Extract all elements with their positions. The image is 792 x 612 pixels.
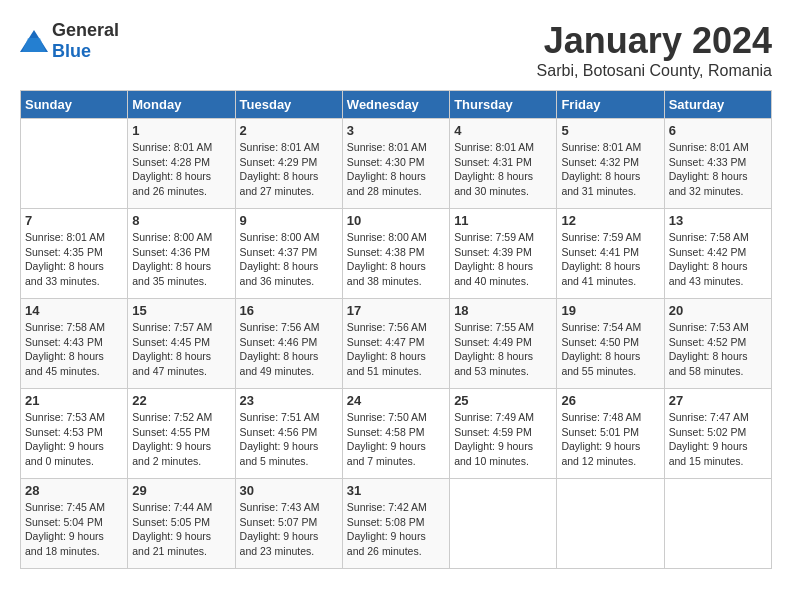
calendar-cell: 21Sunrise: 7:53 AMSunset: 4:53 PMDayligh… xyxy=(21,389,128,479)
day-info: Sunrise: 7:58 AMSunset: 4:42 PMDaylight:… xyxy=(669,230,767,289)
day-number: 16 xyxy=(240,303,338,318)
day-info: Sunrise: 7:58 AMSunset: 4:43 PMDaylight:… xyxy=(25,320,123,379)
day-header-wednesday: Wednesday xyxy=(342,91,449,119)
day-info: Sunrise: 7:48 AMSunset: 5:01 PMDaylight:… xyxy=(561,410,659,469)
day-info: Sunrise: 7:43 AMSunset: 5:07 PMDaylight:… xyxy=(240,500,338,559)
day-number: 1 xyxy=(132,123,230,138)
calendar-cell xyxy=(664,479,771,569)
day-info: Sunrise: 7:56 AMSunset: 4:47 PMDaylight:… xyxy=(347,320,445,379)
logo: General Blue xyxy=(20,20,119,62)
location-title: Sarbi, Botosani County, Romania xyxy=(537,62,772,80)
calendar-cell: 11Sunrise: 7:59 AMSunset: 4:39 PMDayligh… xyxy=(450,209,557,299)
day-header-thursday: Thursday xyxy=(450,91,557,119)
day-number: 9 xyxy=(240,213,338,228)
day-number: 25 xyxy=(454,393,552,408)
day-number: 13 xyxy=(669,213,767,228)
day-info: Sunrise: 7:56 AMSunset: 4:46 PMDaylight:… xyxy=(240,320,338,379)
day-number: 18 xyxy=(454,303,552,318)
day-number: 19 xyxy=(561,303,659,318)
day-info: Sunrise: 7:47 AMSunset: 5:02 PMDaylight:… xyxy=(669,410,767,469)
day-number: 31 xyxy=(347,483,445,498)
calendar-cell: 30Sunrise: 7:43 AMSunset: 5:07 PMDayligh… xyxy=(235,479,342,569)
calendar-cell: 28Sunrise: 7:45 AMSunset: 5:04 PMDayligh… xyxy=(21,479,128,569)
day-info: Sunrise: 8:01 AMSunset: 4:31 PMDaylight:… xyxy=(454,140,552,199)
calendar-cell: 3Sunrise: 8:01 AMSunset: 4:30 PMDaylight… xyxy=(342,119,449,209)
day-number: 12 xyxy=(561,213,659,228)
calendar-table: SundayMondayTuesdayWednesdayThursdayFrid… xyxy=(20,90,772,569)
day-info: Sunrise: 7:42 AMSunset: 5:08 PMDaylight:… xyxy=(347,500,445,559)
calendar-cell xyxy=(21,119,128,209)
day-number: 8 xyxy=(132,213,230,228)
day-number: 11 xyxy=(454,213,552,228)
calendar-cell: 1Sunrise: 8:01 AMSunset: 4:28 PMDaylight… xyxy=(128,119,235,209)
week-row-4: 21Sunrise: 7:53 AMSunset: 4:53 PMDayligh… xyxy=(21,389,772,479)
day-info: Sunrise: 8:01 AMSunset: 4:30 PMDaylight:… xyxy=(347,140,445,199)
day-number: 6 xyxy=(669,123,767,138)
day-number: 15 xyxy=(132,303,230,318)
calendar-cell xyxy=(557,479,664,569)
calendar-cell: 13Sunrise: 7:58 AMSunset: 4:42 PMDayligh… xyxy=(664,209,771,299)
day-header-friday: Friday xyxy=(557,91,664,119)
calendar-cell: 31Sunrise: 7:42 AMSunset: 5:08 PMDayligh… xyxy=(342,479,449,569)
day-info: Sunrise: 8:00 AMSunset: 4:37 PMDaylight:… xyxy=(240,230,338,289)
calendar-cell: 29Sunrise: 7:44 AMSunset: 5:05 PMDayligh… xyxy=(128,479,235,569)
day-info: Sunrise: 8:01 AMSunset: 4:29 PMDaylight:… xyxy=(240,140,338,199)
day-info: Sunrise: 7:57 AMSunset: 4:45 PMDaylight:… xyxy=(132,320,230,379)
calendar-cell: 4Sunrise: 8:01 AMSunset: 4:31 PMDaylight… xyxy=(450,119,557,209)
calendar-cell: 5Sunrise: 8:01 AMSunset: 4:32 PMDaylight… xyxy=(557,119,664,209)
calendar-cell: 20Sunrise: 7:53 AMSunset: 4:52 PMDayligh… xyxy=(664,299,771,389)
day-number: 7 xyxy=(25,213,123,228)
week-row-3: 14Sunrise: 7:58 AMSunset: 4:43 PMDayligh… xyxy=(21,299,772,389)
day-info: Sunrise: 7:50 AMSunset: 4:58 PMDaylight:… xyxy=(347,410,445,469)
month-title: January 2024 xyxy=(537,20,772,62)
day-number: 21 xyxy=(25,393,123,408)
calendar-cell: 22Sunrise: 7:52 AMSunset: 4:55 PMDayligh… xyxy=(128,389,235,479)
calendar-cell: 2Sunrise: 8:01 AMSunset: 4:29 PMDaylight… xyxy=(235,119,342,209)
calendar-cell: 14Sunrise: 7:58 AMSunset: 4:43 PMDayligh… xyxy=(21,299,128,389)
calendar-cell: 19Sunrise: 7:54 AMSunset: 4:50 PMDayligh… xyxy=(557,299,664,389)
day-info: Sunrise: 7:44 AMSunset: 5:05 PMDaylight:… xyxy=(132,500,230,559)
day-info: Sunrise: 8:01 AMSunset: 4:35 PMDaylight:… xyxy=(25,230,123,289)
day-number: 2 xyxy=(240,123,338,138)
day-number: 22 xyxy=(132,393,230,408)
day-info: Sunrise: 8:01 AMSunset: 4:28 PMDaylight:… xyxy=(132,140,230,199)
day-info: Sunrise: 8:00 AMSunset: 4:38 PMDaylight:… xyxy=(347,230,445,289)
logo-blue: Blue xyxy=(52,41,91,61)
day-number: 23 xyxy=(240,393,338,408)
day-header-tuesday: Tuesday xyxy=(235,91,342,119)
day-info: Sunrise: 7:52 AMSunset: 4:55 PMDaylight:… xyxy=(132,410,230,469)
day-number: 4 xyxy=(454,123,552,138)
day-info: Sunrise: 7:49 AMSunset: 4:59 PMDaylight:… xyxy=(454,410,552,469)
calendar-cell: 18Sunrise: 7:55 AMSunset: 4:49 PMDayligh… xyxy=(450,299,557,389)
calendar-cell: 25Sunrise: 7:49 AMSunset: 4:59 PMDayligh… xyxy=(450,389,557,479)
day-info: Sunrise: 7:59 AMSunset: 4:39 PMDaylight:… xyxy=(454,230,552,289)
day-header-monday: Monday xyxy=(128,91,235,119)
day-number: 28 xyxy=(25,483,123,498)
svg-marker-1 xyxy=(22,38,46,52)
day-number: 5 xyxy=(561,123,659,138)
week-row-1: 1Sunrise: 8:01 AMSunset: 4:28 PMDaylight… xyxy=(21,119,772,209)
day-number: 24 xyxy=(347,393,445,408)
calendar-cell: 8Sunrise: 8:00 AMSunset: 4:36 PMDaylight… xyxy=(128,209,235,299)
day-number: 29 xyxy=(132,483,230,498)
calendar-cell: 6Sunrise: 8:01 AMSunset: 4:33 PMDaylight… xyxy=(664,119,771,209)
day-info: Sunrise: 7:55 AMSunset: 4:49 PMDaylight:… xyxy=(454,320,552,379)
calendar-cell: 7Sunrise: 8:01 AMSunset: 4:35 PMDaylight… xyxy=(21,209,128,299)
logo-text: General Blue xyxy=(52,20,119,62)
day-number: 17 xyxy=(347,303,445,318)
day-number: 20 xyxy=(669,303,767,318)
logo-general: General xyxy=(52,20,119,40)
day-info: Sunrise: 7:45 AMSunset: 5:04 PMDaylight:… xyxy=(25,500,123,559)
day-header-saturday: Saturday xyxy=(664,91,771,119)
day-header-sunday: Sunday xyxy=(21,91,128,119)
calendar-cell: 12Sunrise: 7:59 AMSunset: 4:41 PMDayligh… xyxy=(557,209,664,299)
week-row-2: 7Sunrise: 8:01 AMSunset: 4:35 PMDaylight… xyxy=(21,209,772,299)
calendar-cell: 16Sunrise: 7:56 AMSunset: 4:46 PMDayligh… xyxy=(235,299,342,389)
day-number: 3 xyxy=(347,123,445,138)
calendar-cell: 17Sunrise: 7:56 AMSunset: 4:47 PMDayligh… xyxy=(342,299,449,389)
calendar-cell: 27Sunrise: 7:47 AMSunset: 5:02 PMDayligh… xyxy=(664,389,771,479)
day-info: Sunrise: 7:51 AMSunset: 4:56 PMDaylight:… xyxy=(240,410,338,469)
logo-icon xyxy=(20,30,48,52)
calendar-cell xyxy=(450,479,557,569)
week-row-5: 28Sunrise: 7:45 AMSunset: 5:04 PMDayligh… xyxy=(21,479,772,569)
